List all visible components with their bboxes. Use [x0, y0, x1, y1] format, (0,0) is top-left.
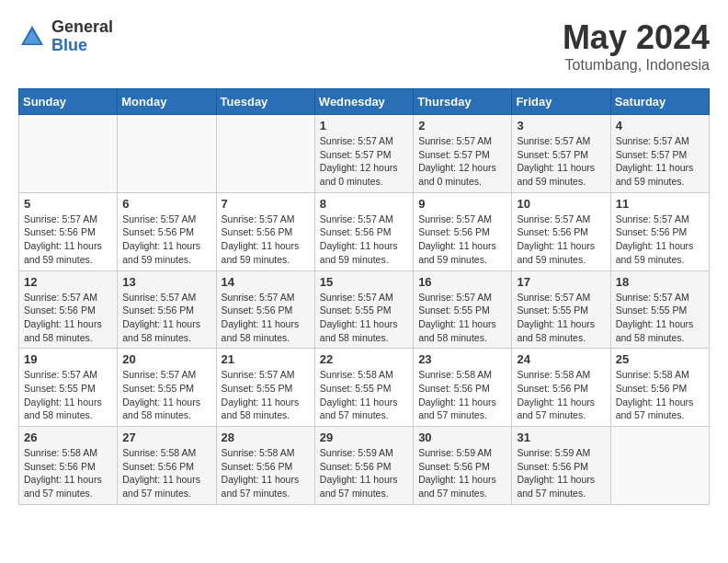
calendar-cell: 30Sunrise: 5:59 AM Sunset: 5:56 PM Dayli… — [414, 427, 512, 505]
week-row-5: 26Sunrise: 5:58 AM Sunset: 5:56 PM Dayli… — [19, 427, 710, 505]
calendar-cell: 17Sunrise: 5:57 AM Sunset: 5:55 PM Dayli… — [512, 270, 610, 349]
calendar-cell: 8Sunrise: 5:57 AM Sunset: 5:56 PM Daylig… — [314, 192, 413, 270]
day-info: Sunrise: 5:57 AM Sunset: 5:56 PM Dayligh… — [122, 213, 210, 267]
title-block: May 2024 Totumbang, Indonesia — [563, 18, 710, 74]
page-header: General Blue May 2024 Totumbang, Indones… — [18, 18, 710, 74]
calendar-cell — [610, 427, 709, 505]
calendar-cell: 21Sunrise: 5:57 AM Sunset: 5:55 PM Dayli… — [216, 349, 314, 427]
day-info: Sunrise: 5:57 AM Sunset: 5:56 PM Dayligh… — [222, 213, 310, 267]
day-number: 19 — [24, 352, 112, 366]
day-number: 6 — [122, 197, 210, 211]
day-number: 11 — [616, 197, 704, 211]
day-info: Sunrise: 5:59 AM Sunset: 5:56 PM Dayligh… — [320, 446, 408, 500]
day-number: 16 — [418, 275, 506, 289]
day-info: Sunrise: 5:57 AM Sunset: 5:57 PM Dayligh… — [418, 134, 506, 189]
calendar-cell: 28Sunrise: 5:58 AM Sunset: 5:56 PM Dayli… — [216, 427, 314, 505]
calendar-cell: 26Sunrise: 5:58 AM Sunset: 5:56 PM Dayli… — [19, 427, 118, 505]
day-info: Sunrise: 5:58 AM Sunset: 5:56 PM Dayligh… — [222, 446, 310, 500]
day-number: 12 — [24, 275, 112, 289]
day-number: 15 — [320, 275, 408, 289]
day-info: Sunrise: 5:57 AM Sunset: 5:55 PM Dayligh… — [222, 368, 310, 422]
day-number: 10 — [517, 197, 605, 211]
header-day-thursday: Thursday — [414, 89, 512, 115]
day-info: Sunrise: 5:57 AM Sunset: 5:57 PM Dayligh… — [517, 134, 605, 189]
day-number: 29 — [320, 431, 408, 444]
calendar-cell: 9Sunrise: 5:57 AM Sunset: 5:56 PM Daylig… — [414, 192, 512, 270]
header-day-saturday: Saturday — [610, 89, 709, 115]
logo-blue-text: Blue — [51, 37, 113, 55]
calendar-cell: 12Sunrise: 5:57 AM Sunset: 5:56 PM Dayli… — [19, 270, 118, 349]
day-number: 3 — [517, 119, 605, 132]
week-row-3: 12Sunrise: 5:57 AM Sunset: 5:56 PM Dayli… — [19, 270, 710, 349]
calendar-cell: 14Sunrise: 5:57 AM Sunset: 5:56 PM Dayli… — [216, 270, 314, 349]
calendar-cell: 15Sunrise: 5:57 AM Sunset: 5:55 PM Dayli… — [314, 270, 413, 349]
calendar-cell: 29Sunrise: 5:59 AM Sunset: 5:56 PM Dayli… — [314, 427, 413, 505]
calendar-cell: 25Sunrise: 5:58 AM Sunset: 5:56 PM Dayli… — [610, 349, 709, 427]
calendar-cell: 5Sunrise: 5:57 AM Sunset: 5:56 PM Daylig… — [19, 192, 118, 270]
calendar-cell: 31Sunrise: 5:59 AM Sunset: 5:56 PM Dayli… — [512, 427, 610, 505]
calendar-cell: 13Sunrise: 5:57 AM Sunset: 5:56 PM Dayli… — [118, 270, 216, 349]
week-row-1: 1Sunrise: 5:57 AM Sunset: 5:57 PM Daylig… — [19, 115, 710, 193]
calendar-cell — [118, 115, 216, 193]
day-number: 25 — [616, 352, 704, 366]
week-row-2: 5Sunrise: 5:57 AM Sunset: 5:56 PM Daylig… — [19, 192, 710, 270]
header-row: SundayMondayTuesdayWednesdayThursdayFrid… — [19, 89, 710, 115]
calendar-cell: 1Sunrise: 5:57 AM Sunset: 5:57 PM Daylig… — [314, 115, 413, 193]
day-number: 9 — [418, 197, 506, 211]
day-number: 14 — [222, 275, 310, 289]
day-number: 18 — [616, 275, 704, 289]
day-number: 22 — [320, 352, 408, 366]
week-row-4: 19Sunrise: 5:57 AM Sunset: 5:55 PM Dayli… — [19, 349, 710, 427]
calendar-cell: 27Sunrise: 5:58 AM Sunset: 5:56 PM Dayli… — [118, 427, 216, 505]
calendar-cell: 7Sunrise: 5:57 AM Sunset: 5:56 PM Daylig… — [216, 192, 314, 270]
day-number: 2 — [418, 119, 506, 132]
day-number: 13 — [122, 275, 210, 289]
day-number: 8 — [320, 197, 408, 211]
calendar-cell: 6Sunrise: 5:57 AM Sunset: 5:56 PM Daylig… — [118, 192, 216, 270]
day-number: 24 — [517, 352, 605, 366]
calendar-cell: 16Sunrise: 5:57 AM Sunset: 5:55 PM Dayli… — [414, 270, 512, 349]
calendar-body: 1Sunrise: 5:57 AM Sunset: 5:57 PM Daylig… — [19, 115, 710, 505]
logo: General Blue — [18, 18, 113, 55]
day-number: 31 — [517, 431, 605, 444]
day-info: Sunrise: 5:58 AM Sunset: 5:56 PM Dayligh… — [122, 446, 210, 500]
day-number: 5 — [24, 197, 112, 211]
calendar-cell: 11Sunrise: 5:57 AM Sunset: 5:56 PM Dayli… — [610, 192, 709, 270]
header-day-friday: Friday — [512, 89, 610, 115]
day-info: Sunrise: 5:57 AM Sunset: 5:55 PM Dayligh… — [418, 291, 506, 345]
header-day-wednesday: Wednesday — [314, 89, 413, 115]
calendar-cell: 20Sunrise: 5:57 AM Sunset: 5:55 PM Dayli… — [118, 349, 216, 427]
day-info: Sunrise: 5:57 AM Sunset: 5:56 PM Dayligh… — [222, 291, 310, 345]
calendar-cell: 24Sunrise: 5:58 AM Sunset: 5:56 PM Dayli… — [512, 349, 610, 427]
header-day-monday: Monday — [118, 89, 216, 115]
day-info: Sunrise: 5:57 AM Sunset: 5:55 PM Dayligh… — [24, 368, 112, 422]
day-info: Sunrise: 5:57 AM Sunset: 5:56 PM Dayligh… — [616, 213, 704, 267]
calendar-cell: 10Sunrise: 5:57 AM Sunset: 5:56 PM Dayli… — [512, 192, 610, 270]
month-title: May 2024 — [563, 18, 710, 57]
day-number: 1 — [320, 119, 408, 132]
day-info: Sunrise: 5:58 AM Sunset: 5:55 PM Dayligh… — [320, 368, 408, 422]
header-day-tuesday: Tuesday — [216, 89, 314, 115]
day-info: Sunrise: 5:58 AM Sunset: 5:56 PM Dayligh… — [616, 368, 704, 422]
day-info: Sunrise: 5:57 AM Sunset: 5:56 PM Dayligh… — [122, 291, 210, 345]
day-info: Sunrise: 5:57 AM Sunset: 5:55 PM Dayligh… — [320, 291, 408, 345]
calendar-cell: 23Sunrise: 5:58 AM Sunset: 5:56 PM Dayli… — [414, 349, 512, 427]
day-info: Sunrise: 5:59 AM Sunset: 5:56 PM Dayligh… — [418, 446, 506, 500]
day-info: Sunrise: 5:59 AM Sunset: 5:56 PM Dayligh… — [517, 446, 605, 500]
day-info: Sunrise: 5:57 AM Sunset: 5:56 PM Dayligh… — [320, 213, 408, 267]
day-number: 7 — [222, 197, 310, 211]
calendar-cell: 3Sunrise: 5:57 AM Sunset: 5:57 PM Daylig… — [512, 115, 610, 193]
day-info: Sunrise: 5:57 AM Sunset: 5:57 PM Dayligh… — [320, 134, 408, 189]
calendar-cell: 22Sunrise: 5:58 AM Sunset: 5:55 PM Dayli… — [314, 349, 413, 427]
day-number: 4 — [616, 119, 704, 132]
calendar-cell — [216, 115, 314, 193]
day-number: 28 — [222, 431, 310, 444]
day-info: Sunrise: 5:57 AM Sunset: 5:56 PM Dayligh… — [24, 291, 112, 345]
calendar-cell: 2Sunrise: 5:57 AM Sunset: 5:57 PM Daylig… — [414, 115, 512, 193]
day-number: 26 — [24, 431, 112, 444]
logo-text: General Blue — [51, 18, 113, 55]
day-number: 30 — [418, 431, 506, 444]
day-number: 20 — [122, 352, 210, 366]
day-info: Sunrise: 5:58 AM Sunset: 5:56 PM Dayligh… — [24, 446, 112, 500]
day-info: Sunrise: 5:57 AM Sunset: 5:56 PM Dayligh… — [517, 213, 605, 267]
